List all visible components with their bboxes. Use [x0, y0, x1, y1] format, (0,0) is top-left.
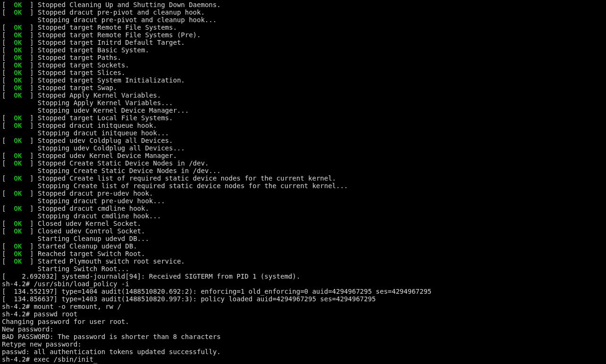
bracket-open: [ — [2, 31, 14, 39]
console-line: [ 134.552197] type=1404 audit(1488510820… — [2, 288, 604, 295]
console-message: Stopped Cleaning Up and Shutting Down Da… — [38, 1, 221, 8]
console-message: Stopping dracut pre-pivot and cleanup ho… — [2, 16, 217, 24]
status-ok: OK — [14, 46, 22, 54]
bracket-close: ] — [22, 220, 38, 227]
bracket-open: [ — [2, 69, 14, 76]
bracket-close: ] — [22, 174, 38, 182]
console-line: Stopping Create Static Device Nodes in /… — [2, 167, 604, 174]
bracket-close: ] — [22, 61, 38, 69]
console-line: sh-4.2# mount -o remount, rw / — [2, 303, 604, 310]
bracket-close: ] — [22, 54, 38, 61]
console-message: Closed udev Kernel Socket. — [38, 220, 141, 227]
bracket-close: ] — [22, 257, 38, 265]
terminal-output[interactable]: [ OK ] Stopped Cleaning Up and Shutting … — [0, 0, 606, 364]
console-message: Retype new password: — [2, 340, 82, 348]
console-message: Stopped target Slices. — [38, 69, 125, 76]
status-ok: OK — [14, 257, 22, 265]
console-message: Stopping udev Kernel Device Manager... — [2, 107, 189, 114]
console-line: [ OK ] Stopped dracut pre-udev hook. — [2, 190, 604, 197]
console-message: sh-4.2# /usr/sbin/load_policy -i — [2, 280, 129, 288]
status-ok: OK — [14, 159, 22, 167]
status-ok: OK — [14, 190, 22, 197]
console-line: [ 2.692032] systemd-journald[94]: Receiv… — [2, 273, 604, 280]
console-message: Stopped target Basic System. — [38, 46, 149, 54]
status-ok: OK — [14, 152, 22, 159]
bracket-close: ] — [22, 137, 38, 144]
console-message: Stopping Create list of required static … — [2, 182, 348, 190]
console-line: [ OK ] Stopped target Remote File System… — [2, 31, 604, 39]
console-line: Stopping dracut pre-udev hook... — [2, 197, 604, 205]
console-line: sh-4.2# passwd root — [2, 310, 604, 318]
console-message: Reached target Switch Root. — [38, 250, 145, 257]
bracket-close: ] — [22, 205, 38, 212]
bracket-open: [ — [2, 257, 14, 265]
bracket-close: ] — [22, 250, 38, 257]
bracket-open: [ — [2, 39, 14, 46]
bracket-open: [ — [2, 227, 14, 235]
bracket-close: ] — [22, 76, 38, 84]
bracket-open: [ — [2, 114, 14, 122]
console-message: Stopped dracut initqueue hook. — [38, 122, 157, 129]
bracket-close: ] — [22, 69, 38, 76]
bracket-open: [ — [2, 24, 14, 31]
console-line: [ OK ] Stopped target Sockets. — [2, 61, 604, 69]
bracket-open: [ — [2, 159, 14, 167]
bracket-close: ] — [22, 91, 38, 99]
bracket-open: [ — [2, 242, 14, 250]
bracket-open: [ — [2, 61, 14, 69]
console-message: Stopped Create list of required static d… — [38, 174, 336, 182]
console-message: sh-4.2# mount -o remount, rw / — [2, 303, 121, 310]
console-line: [ OK ] Stopped dracut cmdline hook. — [2, 205, 604, 212]
console-line: [ OK ] Stopped target System Initializat… — [2, 76, 604, 84]
console-message: Starting Switch Root... — [2, 265, 129, 273]
status-ok: OK — [14, 174, 22, 182]
status-ok: OK — [14, 39, 22, 46]
console-message: Changing password for user root. — [2, 318, 129, 325]
status-ok: OK — [14, 69, 22, 76]
console-line: [ OK ] Stopped target Paths. — [2, 54, 604, 61]
bracket-close: ] — [22, 114, 38, 122]
console-line: BAD PASSWORD: The password is shorter th… — [2, 333, 604, 340]
bracket-close: ] — [22, 190, 38, 197]
bracket-close: ] — [22, 46, 38, 54]
bracket-open: [ — [2, 1, 14, 8]
console-message: Stopped target Initrd Default Target. — [38, 39, 185, 46]
console-message: Stopped dracut pre-pivot and cleanup hoo… — [38, 8, 205, 16]
bracket-close: ] — [22, 24, 38, 31]
console-message: Stopped target Remote File Systems. — [38, 24, 177, 31]
console-line: [ OK ] Stopped dracut initqueue hook. — [2, 122, 604, 129]
console-line: [ OK ] Started Cleanup udevd DB. — [2, 242, 604, 250]
console-line: Stopping Create list of required static … — [2, 182, 604, 190]
console-line: passwd: all authentication tokens update… — [2, 348, 604, 356]
bracket-close: ] — [22, 227, 38, 235]
console-line: [ OK ] Stopped Create list of required s… — [2, 174, 604, 182]
console-message: Stopped target Local File Systems. — [38, 114, 173, 122]
console-line: [ OK ] Stopped udev Kernel Device Manage… — [2, 152, 604, 159]
bracket-close: ] — [22, 242, 38, 250]
bracket-open: [ — [2, 122, 14, 129]
console-message: [ 2.692032] systemd-journald[94]: Receiv… — [2, 273, 300, 280]
console-message: Stopping Apply Kernel Variables... — [2, 99, 173, 107]
status-ok: OK — [14, 24, 22, 31]
bracket-close: ] — [22, 84, 38, 91]
console-line: New password: — [2, 325, 604, 333]
bracket-open: [ — [2, 137, 14, 144]
console-line: [ OK ] Stopped target Local File Systems… — [2, 114, 604, 122]
bracket-close: ] — [22, 122, 38, 129]
status-ok: OK — [14, 250, 22, 257]
console-message: Stopped udev Coldplug all Devices. — [38, 137, 173, 144]
console-line: Stopping dracut pre-pivot and cleanup ho… — [2, 16, 604, 24]
status-ok: OK — [14, 122, 22, 129]
bracket-open: [ — [2, 8, 14, 16]
console-line: [ OK ] Stopped target Swap. — [2, 84, 604, 91]
status-ok: OK — [14, 91, 22, 99]
console-message: Stopping dracut pre-udev hook... — [2, 197, 165, 205]
status-ok: OK — [14, 61, 22, 69]
console-message: Stopped target Remote File Systems (Pre)… — [38, 31, 201, 39]
status-ok: OK — [14, 205, 22, 212]
console-message: Stopped target Sockets. — [38, 61, 129, 69]
console-message: Started Cleanup udevd DB. — [38, 242, 137, 250]
bracket-open: [ — [2, 190, 14, 197]
bracket-open: [ — [2, 174, 14, 182]
console-message: sh-4.2# exec /sbin/init_ — [2, 356, 97, 363]
